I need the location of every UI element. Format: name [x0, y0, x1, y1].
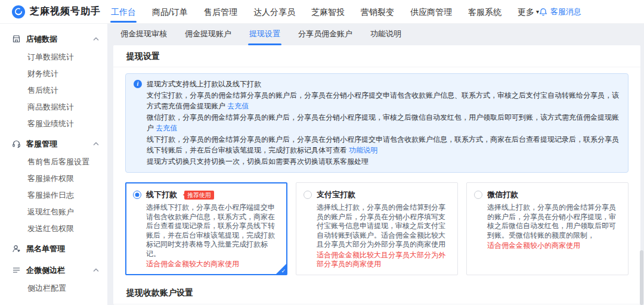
recommended-badge: 推荐使用: [184, 191, 214, 200]
card-body: 选择线下打款，分享员在小程序端提交申请包含收款账户信息，联系方式，商家在后台查看…: [146, 203, 280, 269]
cs-message-button[interactable]: 客服消息: [539, 7, 581, 17]
nav-more-label: 更多: [518, 0, 534, 24]
card-description: 选择线下打款，分享员在小程序端提交申请包含收款账户信息，联系方式，商家在后台查看…: [146, 203, 280, 259]
sidebar-item-aftersale-stats[interactable]: 售后统计: [0, 82, 107, 99]
sidebar-section-label: 客服管理: [26, 139, 57, 150]
bell-icon: [539, 8, 547, 16]
nav-item-aftersale[interactable]: 售后管理: [204, 0, 237, 24]
alert-line-wechat: 微信打款，分享员的佣金结算分享员的账户后，分享员在分销小程序提现，审核之后微信自…: [147, 112, 620, 134]
card-title: 微信打款: [487, 189, 518, 200]
sidebar-item-order-stats[interactable]: 订单数据统计: [0, 49, 107, 66]
withdraw-info-alert: i 提现方式支持线上打款以及线下打款 支付宝打款，分享员的佣金结算分享员的账户后…: [125, 73, 628, 173]
alert-line-text: 线下打款，分享员的佣金结算分享员的账户后，分享员在分销小程序提交申请包含收款账户…: [147, 135, 619, 155]
alert-line-text: 微信打款，分享员的佣金结算分享员的账户后，分享员在分销小程序提现，审核之后微信自…: [147, 113, 619, 133]
sidebar-section-cs-management[interactable]: 客服管理: [0, 134, 107, 154]
sidebar-item-cs-presale-settings[interactable]: 售前售后客服设置: [0, 154, 107, 170]
content-panel: 提现设置 i 提现方式支持线上打款以及线下打款 支付宝打款，分享员的佣金结算分享…: [113, 45, 640, 305]
radio-alipay-payment[interactable]: [304, 191, 312, 199]
section-title: 提现设置: [113, 45, 640, 67]
radio-wechat-payment[interactable]: [474, 191, 482, 199]
sidebar-section-label: 黑名单管理: [26, 244, 65, 254]
option-card-offline-payment[interactable]: 线下打款 推荐使用 选择线下打款，分享员在小程序端提交申请包含收款账户信息，联系…: [125, 182, 287, 275]
caret-down-icon: ▾: [536, 0, 539, 24]
nav-item-more[interactable]: 更多 ▾: [518, 0, 539, 24]
info-icon: i: [134, 80, 142, 88]
card-body: 选择线上打款，分享员的佣金结算到分享员的账户后，分享员在分销小程序填写支付宝账号…: [317, 203, 450, 269]
sidebar-section-label: 店铺数据: [26, 34, 57, 45]
nav-item-cs-system[interactable]: 客服系统: [468, 0, 501, 24]
sidebar-item-cs-logs[interactable]: 客服操作日志: [0, 187, 107, 204]
storefront-icon: [12, 35, 21, 43]
card-header: 微信打款: [474, 189, 621, 200]
tab-withdraw-review[interactable]: 佣金提现审核: [120, 24, 167, 45]
tab-bar: 佣金提现审核 佣金提现账户 提现设置 分享员佣金账户 功能说明: [113, 24, 640, 45]
card-note: 适合佣金金额较大的商家使用: [146, 260, 280, 269]
option-card-alipay-payment[interactable]: 支付宝打款 选择线上打款，分享员的佣金结算到分享员的账户后，分享员在分销小程序填…: [296, 182, 458, 275]
sidebar: 店铺数据 订单数据统计 财务统计 售后统计 商品数据统计 客服业绩统计 客服管理…: [0, 24, 107, 305]
sidebar-section-label: 企微侧边栏: [26, 265, 65, 276]
nav-menu: 工作台 商品/订单 售后管理 达人分享员 芝麻智投 营销裂变 供应商管理 客服系…: [111, 0, 539, 24]
chevron-up-icon: [93, 37, 99, 41]
alert-line-text: 支付宝打款，分享员的佣金结算分享员的账户后，分享员在分销小程序提交申请包含收款账…: [147, 91, 619, 111]
nav-item-sharers[interactable]: 达人分享员: [253, 0, 295, 24]
tab-sharer-commission-account[interactable]: 分享员佣金账户: [298, 24, 352, 45]
card-note: 适合佣金金额比较大且分享员大部分为外部分享员的商家使用: [317, 251, 450, 269]
app-title: 芝麻视频号助手: [30, 5, 101, 18]
sidebar-item-sidebar-config[interactable]: 侧边栏配置: [0, 280, 107, 297]
card-note: 适合佣金金额较小的商家使用: [487, 241, 621, 251]
card-header: 支付宝打款: [304, 189, 450, 200]
recharge-link[interactable]: 去充值: [227, 102, 249, 110]
radio-offline-payment[interactable]: [133, 191, 141, 199]
tab-feature-docs[interactable]: 功能说明: [370, 24, 401, 45]
nav-item-orders[interactable]: 商品/订单: [152, 0, 188, 24]
headset-icon: [12, 139, 21, 148]
nav-item-workbench[interactable]: 工作台: [111, 0, 136, 24]
chevron-up-icon: [93, 142, 99, 146]
sidebar-item-product-stats[interactable]: 商品数据统计: [0, 99, 107, 116]
alert-line-offline: 线下打款，分享员的佣金结算分享员的账户后，分享员在分销小程序提交申请包含收款账户…: [147, 134, 620, 156]
tab-withdraw-account[interactable]: 佣金提现账户: [185, 24, 231, 45]
alert-line-alipay: 支付宝打款，分享员的佣金结算分享员的账户后，分享员在分销小程序提交申请包含收款账…: [147, 90, 620, 112]
cs-message-label: 客服消息: [550, 7, 581, 17]
sidebar-item-redpacket-permission[interactable]: 发送红包权限: [0, 220, 107, 237]
card-body: 选择线上打款，分享员的佣金结算分享员的账户后，分享员在分销小程序提现，审核之后微…: [487, 203, 621, 251]
nav-item-suppliers[interactable]: 供应商管理: [410, 0, 452, 24]
card-header: 线下打款 推荐使用: [133, 189, 280, 200]
receiving-account-section-title: 提现收款账户设置: [113, 288, 640, 304]
nav-item-marketing[interactable]: 营销裂变: [361, 0, 394, 24]
sidebar-section-shop-data[interactable]: 店铺数据: [0, 29, 107, 49]
alert-text: 提现方式支持线上打款以及线下打款 支付宝打款，分享员的佣金结算分享员的账户后，分…: [147, 79, 620, 167]
card-description: 选择线上打款，分享员的佣金结算到分享员的账户后，分享员在分销小程序填写支付宝账号…: [317, 203, 450, 250]
check-icon: ✓: [281, 268, 286, 274]
tab-withdraw-settings[interactable]: 提现设置: [249, 24, 280, 45]
sidebar-item-cashback-account[interactable]: 返现红包账户: [0, 204, 107, 220]
option-card-wechat-payment[interactable]: 微信打款 选择线上打款，分享员的佣金结算分享员的账户后，分享员在分销小程序提现，…: [466, 182, 628, 275]
card-description: 选择线上打款，分享员的佣金结算分享员的账户后，分享员在分销小程序提现，审核之后微…: [487, 203, 621, 240]
sidebar-section-wecom-sidebar[interactable]: 企微侧边栏: [0, 260, 107, 280]
sidebar-item-finance-stats[interactable]: 财务统计: [0, 66, 107, 82]
sidebar-panel-icon: [12, 266, 21, 275]
sidebar-item-cs-permissions[interactable]: 客服操作权限: [0, 170, 107, 187]
nav-item-smart-ads[interactable]: 芝麻智投: [311, 0, 345, 24]
sidebar-item-cs-performance[interactable]: 客服业绩统计: [0, 116, 107, 132]
card-title: 线下打款: [146, 189, 177, 200]
scrollbar-thumb[interactable]: [640, 250, 643, 305]
alert-title: 提现方式支持线上打款以及线下打款: [147, 79, 620, 90]
feature-docs-link[interactable]: 功能说明: [349, 146, 377, 154]
app-logo-icon: [12, 5, 25, 18]
recharge-link[interactable]: 去充值: [156, 124, 177, 132]
sidebar-section-blacklist[interactable]: 黑名单管理: [0, 239, 107, 259]
card-title: 支付宝打款: [317, 189, 355, 200]
top-navbar: 芝麻视频号助手 工作台 商品/订单 售后管理 达人分享员 芝麻智投 营销裂变 供…: [0, 0, 644, 24]
brand: 芝麻视频号助手: [0, 5, 106, 18]
user-block-icon: [12, 244, 21, 253]
alert-line-switch-note: 提现方式切换只支持切换一次，切换后如需要再次切换请联系客服处理: [147, 156, 620, 167]
chevron-up-icon: [93, 268, 99, 272]
payment-option-cards: 线下打款 推荐使用 选择线下打款，分享员在小程序端提交申请包含收款账户信息，联系…: [125, 182, 628, 275]
